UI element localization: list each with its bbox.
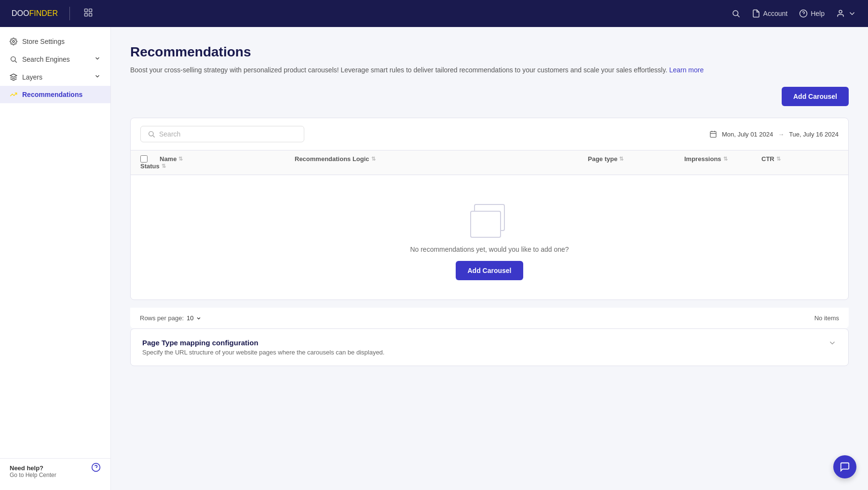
search-button[interactable] xyxy=(732,9,740,18)
mapping-chevron-icon xyxy=(828,339,837,349)
sort-icon: ⇅ xyxy=(162,163,166,169)
pagination-bar: Rows per page: 10 No items xyxy=(130,308,849,328)
svg-point-9 xyxy=(13,41,14,42)
account-button[interactable]: Account xyxy=(752,9,788,18)
chat-support-button[interactable] xyxy=(833,455,856,478)
page-description: Boost your cross-selling strategy with p… xyxy=(130,65,849,75)
table-toolbar: Mon, July 01 2024 → Tue, July 16 2024 xyxy=(131,118,848,150)
sort-icon: ⇅ xyxy=(723,156,728,162)
sidebar-item-label: Search Engines xyxy=(22,55,70,63)
no-items-label: No items xyxy=(814,314,839,322)
sidebar-item-layers[interactable]: Layers xyxy=(0,68,110,86)
store-icon xyxy=(83,8,93,20)
col-name[interactable]: Name ⇅ xyxy=(160,155,295,163)
svg-rect-17 xyxy=(710,132,716,137)
rows-select-dropdown[interactable]: 10 xyxy=(187,314,201,322)
rows-per-page: Rows per page: 10 xyxy=(140,314,202,322)
help-circle-icon[interactable] xyxy=(91,463,101,474)
chevron-down-icon xyxy=(94,73,101,81)
main-content: Recommendations Boost your cross-selling… xyxy=(111,27,868,490)
svg-rect-0 xyxy=(85,9,88,12)
svg-marker-12 xyxy=(10,74,16,77)
date-from: Mon, July 01 2024 xyxy=(722,131,773,138)
col-page-type[interactable]: Page type ⇅ xyxy=(588,155,684,163)
sidebar-item-recommendations[interactable]: Recommendations xyxy=(0,86,110,103)
sort-icon: ⇅ xyxy=(178,156,183,162)
svg-rect-3 xyxy=(89,13,92,16)
svg-point-10 xyxy=(11,56,15,61)
sort-icon: ⇅ xyxy=(619,156,624,162)
svg-point-8 xyxy=(839,10,842,13)
sidebar: Store Settings Search Engines Layers xyxy=(0,27,111,490)
empty-state: No recommendations yet, would you like t… xyxy=(131,175,848,299)
need-help-text: Need help? xyxy=(10,464,56,472)
mapping-description: Specify the URL structure of your websit… xyxy=(142,349,384,356)
sidebar-item-label: Store Settings xyxy=(22,38,65,45)
recommendations-table-card: Mon, July 01 2024 → Tue, July 16 2024 Na… xyxy=(130,118,849,300)
select-all-checkbox[interactable] xyxy=(140,155,148,163)
chevron-down-icon xyxy=(196,315,202,321)
col-status[interactable]: Status ⇅ xyxy=(140,163,160,170)
svg-point-4 xyxy=(733,11,738,16)
main-layout: Store Settings Search Engines Layers xyxy=(0,27,868,490)
help-label: Help xyxy=(811,10,825,17)
account-label: Account xyxy=(763,10,788,17)
date-range: Mon, July 01 2024 → Tue, July 16 2024 xyxy=(709,130,839,138)
date-arrow-icon: → xyxy=(778,131,784,138)
mapping-title: Page Type mapping configuration xyxy=(142,339,384,347)
logo-doo: DOO xyxy=(12,9,29,17)
chevron-down-icon xyxy=(94,55,101,63)
recommendations-icon xyxy=(10,91,17,98)
empty-card-front xyxy=(470,211,501,238)
add-carousel-button-empty[interactable]: Add Carousel xyxy=(456,261,523,280)
svg-line-5 xyxy=(737,15,739,17)
svg-point-15 xyxy=(149,132,153,136)
table-header: Name ⇅ Recommendations Logic ⇅ Page type… xyxy=(131,150,848,175)
logo-divider xyxy=(69,7,70,20)
rows-per-page-label: Rows per page: xyxy=(140,314,184,322)
search-wrap xyxy=(140,126,304,142)
user-menu-button[interactable] xyxy=(836,9,856,18)
svg-line-16 xyxy=(153,136,155,137)
sidebar-item-search-engines[interactable]: Search Engines xyxy=(0,50,110,68)
sidebar-item-label: Recommendations xyxy=(22,91,82,98)
svg-rect-1 xyxy=(89,9,92,12)
checkbox-header xyxy=(140,155,160,163)
col-recommendations-logic[interactable]: Recommendations Logic ⇅ xyxy=(295,155,588,163)
topnav-right: Account Help xyxy=(732,9,856,18)
chat-icon xyxy=(840,462,850,472)
layers-icon xyxy=(10,73,17,81)
mapping-info: Page Type mapping configuration Specify … xyxy=(142,339,384,356)
col-ctr[interactable]: CTR ⇅ xyxy=(761,155,839,163)
sort-icon: ⇅ xyxy=(776,156,781,162)
sort-icon: ⇅ xyxy=(371,156,376,162)
help-button[interactable]: Help xyxy=(799,9,825,18)
search-engines-icon xyxy=(10,55,17,63)
logo: DOOFINDER xyxy=(12,7,93,20)
top-actions-bar: Add Carousel xyxy=(130,87,849,106)
top-navigation: DOOFINDER Account Help xyxy=(0,0,868,27)
empty-message: No recommendations yet, would you like t… xyxy=(410,245,569,253)
logo-finder: FINDER xyxy=(29,9,58,17)
date-to: Tue, July 16 2024 xyxy=(789,131,839,138)
go-help-text: Go to Help Center xyxy=(10,472,56,478)
svg-line-11 xyxy=(15,61,17,63)
page-type-mapping-card[interactable]: Page Type mapping configuration Specify … xyxy=(130,328,849,366)
empty-state-icon xyxy=(470,204,509,238)
learn-more-link[interactable]: Learn more xyxy=(669,66,704,74)
logo-text: DOOFINDER xyxy=(12,9,58,18)
search-icon xyxy=(148,130,155,138)
add-carousel-button-top[interactable]: Add Carousel xyxy=(782,87,849,106)
svg-rect-2 xyxy=(85,13,88,16)
sidebar-bottom: Need help? Go to Help Center xyxy=(0,458,110,484)
calendar-icon xyxy=(709,130,717,138)
settings-icon xyxy=(10,38,17,45)
search-input[interactable] xyxy=(159,130,297,138)
col-impressions[interactable]: Impressions ⇅ xyxy=(684,155,761,163)
sidebar-item-store-settings[interactable]: Store Settings xyxy=(0,33,110,50)
sidebar-item-label: Layers xyxy=(22,73,42,81)
page-title: Recommendations xyxy=(130,44,849,60)
